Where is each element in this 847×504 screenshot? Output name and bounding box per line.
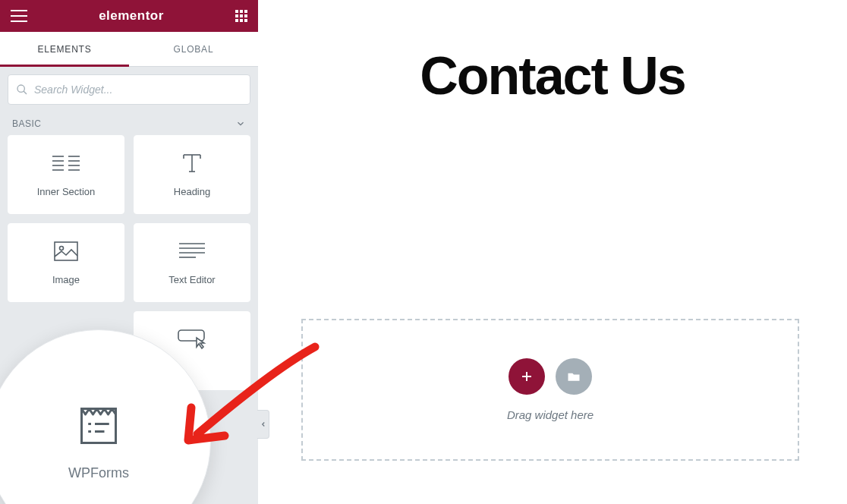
search-icon: [16, 83, 28, 96]
drop-zone[interactable]: Drag widget here: [301, 319, 799, 461]
widget-inner-section[interactable]: Inner Section: [8, 135, 124, 214]
collapse-panel-button[interactable]: [257, 410, 269, 439]
search-box: [8, 74, 250, 105]
section-basic-header[interactable]: BASIC: [0, 112, 258, 135]
text-type-icon: [181, 153, 203, 174]
template-library-button[interactable]: [556, 358, 592, 395]
apps-icon[interactable]: [235, 10, 247, 22]
svg-rect-21: [178, 330, 204, 341]
folder-icon: [566, 369, 581, 384]
brand-logo: elementor: [99, 8, 164, 24]
widget-text-editor[interactable]: Text Editor: [134, 223, 250, 302]
drop-zone-buttons: [509, 358, 592, 395]
add-section-button[interactable]: [509, 358, 545, 395]
chevron-down-icon: [235, 118, 246, 129]
tab-elements[interactable]: ELEMENTS: [0, 32, 129, 66]
paragraph-icon: [179, 241, 205, 262]
tab-global[interactable]: GLOBAL: [129, 32, 258, 66]
svg-rect-15: [55, 242, 77, 260]
columns-icon: [52, 153, 80, 174]
sidebar-panel: elementor ELEMENTS GLOBAL BASIC: [0, 0, 258, 504]
menu-icon[interactable]: [11, 10, 27, 22]
drop-zone-text: Drag widget here: [507, 408, 594, 421]
widget-label: Inner Section: [37, 186, 96, 197]
panel-header: elementor: [0, 0, 258, 32]
svg-line-1: [24, 91, 27, 94]
widget-label: Text Editor: [168, 274, 215, 285]
svg-point-0: [17, 85, 24, 92]
search-wrap: [0, 67, 258, 112]
search-input[interactable]: [34, 83, 242, 96]
svg-point-16: [60, 246, 64, 250]
form-icon: [76, 403, 121, 449]
page-title: Contact Us: [258, 46, 847, 106]
widget-label: Image: [52, 274, 80, 285]
plus-icon: [520, 370, 534, 383]
image-icon: [54, 241, 78, 262]
panel-tabs: ELEMENTS GLOBAL: [0, 32, 258, 67]
button-click-icon: [177, 329, 207, 350]
widget-heading[interactable]: Heading: [134, 135, 250, 214]
widget-image[interactable]: Image: [8, 223, 124, 302]
chevron-left-icon: [260, 420, 267, 429]
section-basic-label: BASIC: [12, 118, 42, 129]
widget-label: WPForms: [68, 465, 129, 481]
widget-label: Heading: [174, 186, 210, 197]
